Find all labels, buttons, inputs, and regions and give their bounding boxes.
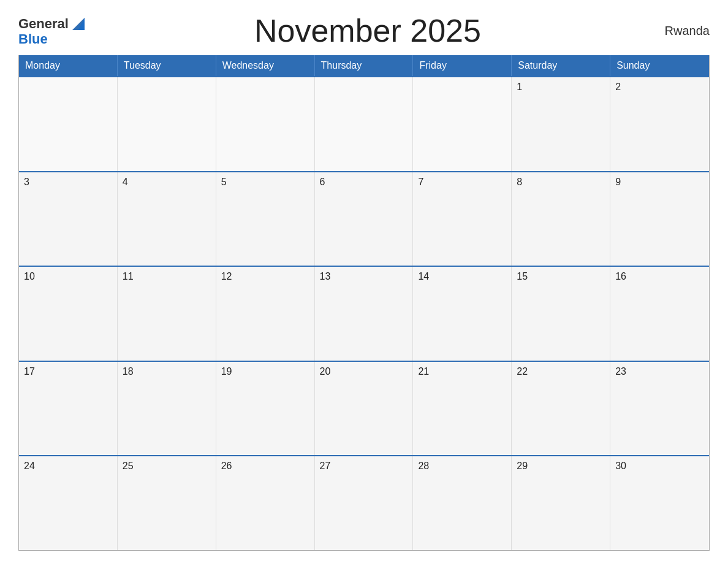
logo-general-text: General bbox=[18, 17, 69, 31]
day-cell: 16 bbox=[610, 267, 709, 361]
day-headers: MondayTuesdayWednesdayThursdayFridaySatu… bbox=[19, 55, 709, 76]
day-cell: 13 bbox=[315, 267, 414, 361]
day-cell: 24 bbox=[19, 456, 118, 550]
day-header-thursday: Thursday bbox=[315, 55, 414, 76]
day-header-wednesday: Wednesday bbox=[216, 55, 315, 76]
day-number: 27 bbox=[320, 460, 408, 472]
day-number: 5 bbox=[221, 176, 309, 188]
day-cell: 10 bbox=[19, 267, 118, 361]
day-number: 17 bbox=[24, 366, 112, 377]
day-cell: 19 bbox=[216, 362, 315, 456]
day-cell: 8 bbox=[512, 172, 610, 266]
day-number: 10 bbox=[24, 270, 112, 282]
day-number: 12 bbox=[221, 270, 309, 282]
day-cell: 12 bbox=[216, 267, 315, 361]
week-row-3: 10111213141516 bbox=[19, 266, 709, 361]
day-number: 28 bbox=[418, 460, 506, 472]
logo: General Blue bbox=[18, 15, 87, 46]
day-number: 29 bbox=[517, 460, 605, 472]
day-header-sunday: Sunday bbox=[610, 55, 709, 76]
day-cell bbox=[118, 77, 216, 171]
day-number: 14 bbox=[418, 270, 506, 282]
day-cell: 21 bbox=[413, 362, 512, 456]
calendar: MondayTuesdayWednesdayThursdayFridaySatu… bbox=[18, 55, 710, 551]
day-header-tuesday: Tuesday bbox=[118, 55, 216, 76]
day-number: 18 bbox=[123, 366, 211, 377]
day-cell: 15 bbox=[512, 267, 610, 361]
day-cell bbox=[216, 77, 315, 171]
week-row-2: 3456789 bbox=[19, 171, 709, 266]
day-header-monday: Monday bbox=[19, 55, 118, 76]
day-cell: 26 bbox=[216, 456, 315, 550]
day-number: 26 bbox=[221, 460, 309, 472]
day-cell: 7 bbox=[413, 172, 512, 266]
day-cell: 18 bbox=[118, 362, 216, 456]
day-number: 21 bbox=[418, 366, 506, 377]
day-number: 24 bbox=[24, 460, 112, 472]
day-number: 15 bbox=[517, 270, 605, 282]
day-number: 13 bbox=[320, 270, 408, 282]
day-cell bbox=[19, 77, 118, 171]
day-cell: 6 bbox=[315, 172, 414, 266]
day-cell: 29 bbox=[512, 456, 610, 550]
day-number: 23 bbox=[615, 366, 704, 377]
day-cell: 28 bbox=[413, 456, 512, 550]
day-number: 8 bbox=[517, 176, 605, 188]
day-cell bbox=[413, 77, 512, 171]
day-cell: 23 bbox=[610, 362, 709, 456]
week-row-5: 24252627282930 bbox=[19, 455, 709, 550]
day-number: 1 bbox=[517, 81, 605, 93]
day-cell: 30 bbox=[610, 456, 709, 550]
day-cell: 9 bbox=[610, 172, 709, 266]
day-header-saturday: Saturday bbox=[512, 55, 610, 76]
day-cell: 3 bbox=[19, 172, 118, 266]
page-title: November 2025 bbox=[87, 12, 648, 49]
day-cell: 11 bbox=[118, 267, 216, 361]
day-number: 20 bbox=[320, 366, 408, 377]
day-number: 9 bbox=[615, 176, 704, 188]
day-cell: 4 bbox=[118, 172, 216, 266]
day-number: 22 bbox=[517, 366, 605, 377]
day-cell: 1 bbox=[512, 77, 610, 171]
day-number: 6 bbox=[320, 176, 408, 188]
day-cell: 5 bbox=[216, 172, 315, 266]
day-number: 2 bbox=[615, 81, 704, 93]
logo-icon bbox=[70, 15, 87, 33]
country-label: Rwanda bbox=[648, 24, 710, 38]
calendar-body: 1234567891011121314151617181920212223242… bbox=[19, 76, 709, 550]
day-cell: 22 bbox=[512, 362, 610, 456]
day-cell: 17 bbox=[19, 362, 118, 456]
day-number: 4 bbox=[123, 176, 211, 188]
header: General Blue November 2025 Rwanda bbox=[18, 12, 710, 49]
day-header-friday: Friday bbox=[413, 55, 512, 76]
day-number: 25 bbox=[123, 460, 211, 472]
day-cell: 20 bbox=[315, 362, 414, 456]
week-row-4: 17181920212223 bbox=[19, 361, 709, 456]
week-row-1: 12 bbox=[19, 76, 709, 171]
page: General Blue November 2025 Rwanda Monday… bbox=[0, 0, 728, 563]
logo-blue-text: Blue bbox=[18, 33, 48, 46]
day-number: 19 bbox=[221, 366, 309, 377]
day-cell bbox=[315, 77, 414, 171]
day-number: 16 bbox=[615, 270, 704, 282]
day-cell: 25 bbox=[118, 456, 216, 550]
day-cell: 27 bbox=[315, 456, 414, 550]
day-number: 30 bbox=[615, 460, 704, 472]
day-cell: 2 bbox=[610, 77, 709, 171]
day-number: 11 bbox=[123, 270, 211, 282]
day-cell: 14 bbox=[413, 267, 512, 361]
day-number: 3 bbox=[24, 176, 112, 188]
day-number: 7 bbox=[418, 176, 506, 188]
